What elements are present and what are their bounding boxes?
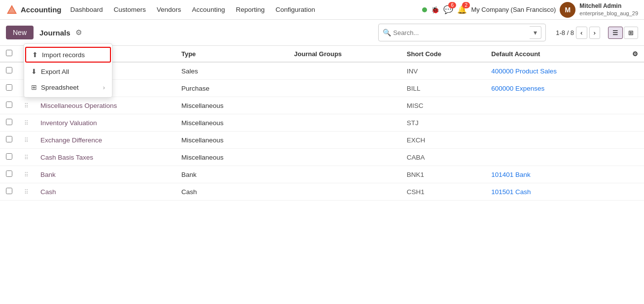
spreadsheet-label: Spreadsheet	[41, 84, 79, 91]
chevron-right-icon: ›	[103, 84, 106, 91]
nav-customers[interactable]: Customers	[109, 3, 151, 16]
kanban-view-button[interactable]: ⊞	[624, 27, 638, 39]
row-checkbox-0[interactable]	[0, 62, 18, 80]
nav-accounting[interactable]: Accounting	[187, 3, 230, 16]
row-type-0: Sales	[176, 62, 288, 80]
msg-badge: 2	[462, 2, 470, 8]
row-groups-7	[288, 183, 401, 201]
row-default-account-7[interactable]: 101501 Cash	[485, 183, 626, 201]
row-checkbox-1[interactable]	[0, 80, 18, 97]
row-default-account-4	[485, 132, 626, 149]
row-checkbox-input-0[interactable]	[6, 67, 12, 73]
row-checkbox-2[interactable]	[0, 97, 18, 114]
nav-vendors[interactable]: Vendors	[152, 3, 186, 16]
export-icon: ⬇	[31, 68, 37, 75]
message-notifications[interactable]: 🔔 2	[457, 5, 467, 14]
row-default-account-6[interactable]: 101401 Bank	[485, 166, 626, 183]
row-groups-0	[288, 62, 401, 80]
table-row: ⠿ Inventory Valuation Miscellaneous STJ	[0, 114, 644, 132]
search-input[interactable]	[393, 29, 530, 36]
drag-handle-2[interactable]: ⠿	[18, 97, 35, 114]
row-groups-3	[288, 114, 401, 132]
row-default-account-0[interactable]: 400000 Product Sales	[485, 62, 626, 80]
nav-dashboard[interactable]: Dashboard	[66, 3, 108, 16]
row-shortcode-4: EXCH	[401, 132, 485, 149]
row-checkbox-input-3[interactable]	[6, 119, 12, 125]
row-shortcode-1: BILL	[401, 80, 485, 97]
subheader: New Journals ⚙ ⬆ Import records ⬇ Export…	[0, 20, 644, 46]
top-nav-right: 🐞 💬 6 🔔 2 My Company (San Francisco) M M…	[422, 2, 638, 18]
row-checkbox-4[interactable]	[0, 132, 18, 149]
search-bar[interactable]: 🔍 ▾	[378, 24, 546, 41]
row-default-account-1[interactable]: 600000 Expenses	[485, 80, 626, 97]
header-journal-groups[interactable]: Journal Groups	[288, 46, 401, 62]
drag-handle-4[interactable]: ⠿	[18, 132, 35, 149]
drag-handle-7[interactable]: ⠿	[18, 183, 35, 201]
row-settings-1	[626, 80, 644, 97]
row-settings-6	[626, 166, 644, 183]
drag-handle-5[interactable]: ⠿	[18, 149, 35, 166]
new-button[interactable]: New	[6, 26, 34, 39]
row-name-4[interactable]: Exchange Difference	[35, 132, 176, 149]
row-checkbox-5[interactable]	[0, 149, 18, 166]
row-settings-5	[626, 149, 644, 166]
row-checkbox-input-4[interactable]	[6, 136, 12, 142]
status-indicator	[422, 7, 427, 12]
import-records-item[interactable]: ⬆ Import records	[25, 47, 111, 63]
row-name-6[interactable]: Bank	[35, 166, 176, 183]
drag-handle-6[interactable]: ⠿	[18, 166, 35, 183]
prev-page-button[interactable]: ‹	[576, 27, 587, 39]
export-all-item[interactable]: ⬇ Export All	[24, 64, 112, 79]
row-settings-2	[626, 97, 644, 114]
row-checkbox-input-2[interactable]	[6, 101, 12, 108]
spreadsheet-icon: ⊞	[31, 83, 37, 91]
chat-badge: 6	[448, 2, 456, 8]
row-shortcode-7: CSH1	[401, 183, 485, 201]
row-checkbox-3[interactable]	[0, 114, 18, 132]
row-name-3[interactable]: Inventory Valuation	[35, 114, 176, 132]
row-type-7: Cash	[176, 183, 288, 201]
header-type[interactable]: Type	[176, 46, 288, 62]
row-checkbox-input-5[interactable]	[6, 153, 12, 160]
next-page-button[interactable]: ›	[589, 27, 600, 39]
header-short-code[interactable]: Short Code	[401, 46, 485, 62]
drag-handle-3[interactable]: ⠿	[18, 114, 35, 132]
row-default-account-3	[485, 114, 626, 132]
table-row: ⠿ Cash Cash CSH1 101501 Cash	[0, 183, 644, 201]
row-type-1: Purchase	[176, 80, 288, 97]
row-checkbox-6[interactable]	[0, 166, 18, 183]
row-type-6: Bank	[176, 166, 288, 183]
table-row: ⠿ Bank Bank BNK1 101401 Bank	[0, 166, 644, 183]
row-type-3: Miscellaneous	[176, 114, 288, 132]
row-default-account-2	[485, 97, 626, 114]
view-toggle: ☰ ⊞	[608, 27, 638, 39]
user-avatar[interactable]: M	[560, 2, 575, 18]
export-all-label: Export All	[41, 68, 69, 75]
row-default-account-5	[485, 149, 626, 166]
row-name-7[interactable]: Cash	[35, 183, 176, 201]
spreadsheet-item[interactable]: ⊞ Spreadsheet ›	[24, 79, 112, 95]
company-name[interactable]: My Company (San Francisco)	[471, 6, 556, 13]
row-groups-1	[288, 80, 401, 97]
row-checkbox-input-1[interactable]	[6, 84, 12, 91]
pagination: 1-8 / 8 ‹ ›	[556, 27, 600, 39]
chat-notifications[interactable]: 💬 6	[443, 5, 453, 14]
nav-configuration[interactable]: Configuration	[271, 3, 320, 16]
header-settings-col[interactable]: ⚙	[626, 46, 644, 62]
bug-icon[interactable]: 🐞	[431, 6, 439, 14]
gear-icon[interactable]: ⚙	[75, 28, 82, 37]
nav-reporting[interactable]: Reporting	[231, 3, 270, 16]
row-name-5[interactable]: Cash Basis Taxes	[35, 149, 176, 166]
row-name-2[interactable]: Miscellaneous Operations	[35, 97, 176, 114]
row-checkbox-7[interactable]	[0, 183, 18, 201]
row-shortcode-0: INV	[401, 62, 485, 80]
row-checkbox-input-7[interactable]	[6, 188, 12, 194]
user-info[interactable]: Mitchell Admin enterprise_blog_aug_29	[579, 2, 638, 17]
select-all-checkbox[interactable]	[6, 50, 12, 56]
app-logo[interactable]: Accounting	[6, 4, 62, 16]
row-settings-0	[626, 62, 644, 80]
header-default-account[interactable]: Default Account	[485, 46, 626, 62]
row-checkbox-input-6[interactable]	[6, 170, 12, 177]
list-view-button[interactable]: ☰	[608, 27, 623, 39]
search-dropdown-toggle[interactable]: ▾	[530, 26, 541, 39]
